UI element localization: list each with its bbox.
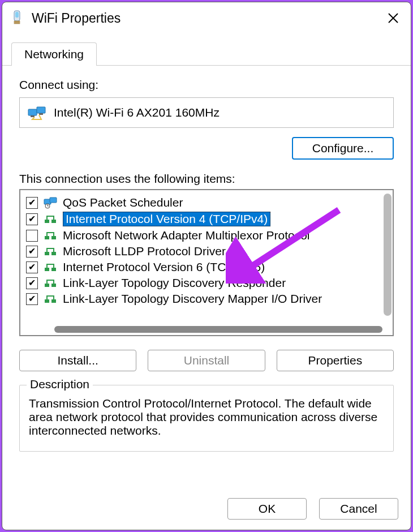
list-item[interactable]: Microsoft LLDP Protocol Driver	[25, 243, 381, 259]
svg-rect-12	[39, 113, 43, 115]
item-checkbox[interactable]	[26, 277, 38, 289]
svg-rect-19	[51, 220, 56, 223]
protocol-icon	[44, 293, 57, 305]
description-legend: Description	[27, 377, 93, 391]
item-checkbox[interactable]	[26, 261, 38, 273]
tab-content: Connect using: Intel(R) Wi-Fi 6 AX201 16…	[2, 66, 411, 461]
protocol-icon	[44, 245, 57, 258]
protocol-icon	[44, 261, 57, 273]
item-label: Microsoft Network Adapter Multiplexor Pr…	[63, 229, 310, 242]
item-checkbox[interactable]	[26, 230, 38, 242]
item-label: QoS Packet Scheduler	[63, 196, 183, 209]
svg-rect-2	[14, 21, 20, 24]
svg-rect-27	[46, 232, 54, 233]
svg-rect-22	[46, 216, 54, 217]
list-item[interactable]: QoS Packet Scheduler	[25, 195, 381, 211]
wifi-properties-dialog: WiFi Properties Networking Connect using…	[2, 2, 411, 530]
svg-rect-29	[51, 252, 56, 255]
item-label: Link-Layer Topology Discovery Responder	[63, 276, 286, 290]
adapter-name: Intel(R) Wi-Fi 6 AX201 160MHz	[54, 106, 220, 119]
cancel-button[interactable]: Cancel	[319, 498, 398, 520]
tab-networking[interactable]: Networking	[11, 42, 97, 66]
titlebar: WiFi Properties	[2, 2, 411, 34]
properties-button[interactable]: Properties	[277, 350, 394, 371]
horizontal-scrollbar[interactable]	[54, 326, 382, 333]
svg-rect-10	[37, 107, 45, 113]
list-item[interactable]: Microsoft Network Adapter Multiplexor Pr…	[25, 228, 381, 243]
tabstrip: Networking	[2, 34, 411, 66]
svg-rect-44	[51, 299, 56, 303]
qos-icon	[44, 196, 57, 209]
list-item[interactable]: Link-Layer Topology Discovery Mapper I/O…	[25, 291, 381, 307]
svg-rect-11	[31, 115, 35, 117]
svg-rect-34	[51, 268, 56, 271]
wifi-adapter-icon	[9, 10, 25, 26]
network-adapter-icon	[28, 105, 46, 121]
svg-rect-18	[45, 220, 49, 223]
items-label: This connection uses the following items…	[19, 172, 394, 186]
connect-using-label: Connect using:	[19, 78, 394, 92]
svg-rect-37	[46, 264, 54, 265]
adapter-box[interactable]: Intel(R) Wi-Fi 6 AX201 160MHz	[19, 97, 394, 128]
close-icon	[387, 12, 399, 24]
connection-items-list[interactable]: QoS Packet SchedulerInternet Protocol Ve…	[19, 189, 394, 336]
install-button[interactable]: Install...	[19, 350, 136, 371]
item-checkbox[interactable]	[26, 293, 38, 305]
svg-rect-24	[51, 236, 56, 239]
item-checkbox[interactable]	[26, 246, 38, 258]
svg-rect-38	[45, 284, 49, 287]
item-label: Link-Layer Topology Discovery Mapper I/O…	[63, 292, 322, 306]
vertical-scrollbar[interactable]	[384, 194, 392, 316]
svg-rect-39	[51, 284, 56, 287]
dialog-footer: OK Cancel	[2, 490, 411, 530]
item-label: Internet Protocol Version 4 (TCP/IPv4)	[63, 212, 270, 226]
close-button[interactable]	[385, 10, 402, 27]
svg-rect-1	[15, 12, 19, 18]
protocol-icon	[44, 277, 57, 289]
svg-rect-43	[45, 299, 49, 303]
list-item[interactable]: Internet Protocol Version 4 (TCP/IPv4)	[25, 211, 381, 228]
svg-rect-23	[45, 236, 49, 239]
configure-button[interactable]: Configure...	[292, 137, 394, 160]
svg-rect-32	[46, 248, 54, 249]
item-checkbox[interactable]	[26, 213, 38, 225]
svg-rect-14	[50, 198, 57, 203]
list-item[interactable]: Internet Protocol Version 6 (TCP/IPv6)	[25, 259, 381, 275]
svg-rect-47	[46, 295, 54, 297]
list-item[interactable]: Link-Layer Topology Discovery Responder	[25, 275, 381, 291]
svg-rect-33	[45, 268, 49, 271]
svg-rect-28	[45, 252, 49, 255]
protocol-icon	[44, 213, 57, 225]
item-label: Internet Protocol Version 6 (TCP/IPv6)	[63, 260, 265, 274]
svg-rect-42	[46, 280, 54, 281]
item-label: Microsoft LLDP Protocol Driver	[63, 244, 226, 258]
svg-rect-9	[28, 109, 37, 115]
protocol-icon	[44, 229, 57, 242]
uninstall-button: Uninstall	[148, 350, 265, 371]
description-group: Description Transmission Control Protoco…	[19, 385, 394, 452]
item-checkbox[interactable]	[26, 197, 38, 209]
description-text: Transmission Control Protocol/Internet P…	[29, 397, 377, 437]
ok-button[interactable]: OK	[227, 498, 307, 520]
window-title: WiFi Properties	[32, 11, 385, 26]
